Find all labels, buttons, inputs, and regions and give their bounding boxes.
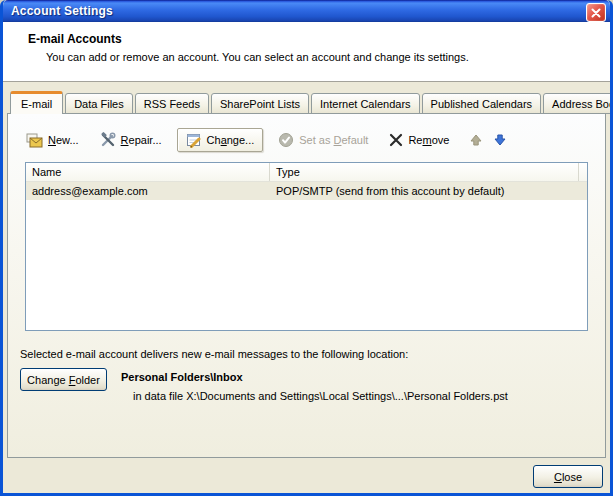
change-folder-button[interactable]: Change Folder: [20, 368, 107, 391]
type-column-header[interactable]: Type: [270, 163, 579, 181]
label-pre: Set as: [299, 134, 333, 146]
tab-internet-calendars[interactable]: Internet Calendars: [311, 93, 420, 114]
delivery-data-file: in data file X:\Documents and Settings\L…: [133, 390, 508, 402]
email-tab-panel: New... Repair...: [7, 113, 606, 458]
change-icon: [186, 132, 202, 148]
label: Repair...: [121, 134, 162, 146]
repair-button[interactable]: Repair...: [94, 128, 168, 152]
tab-label: Published Calendars: [431, 98, 533, 110]
delivery-location-text: Selected e-mail account delivers new e-m…: [20, 348, 597, 360]
accounts-list: Name Type address@example.com POP/SMTP (…: [25, 162, 588, 331]
label-post: epair...: [129, 134, 162, 146]
tab-label: Internet Calendars: [320, 98, 411, 110]
dialog-header: E-mail Accounts You can add or remove an…: [3, 22, 610, 82]
accounts-list-header: Name Type: [26, 163, 587, 182]
tab-sharepoint-lists[interactable]: SharePoint Lists: [211, 93, 309, 114]
label-key: m: [422, 134, 431, 146]
close-window-button[interactable]: [586, 3, 606, 22]
dialog-body: E-mail Data Files RSS Feeds SharePoint L…: [3, 82, 610, 488]
account-settings-dialog: Account Settings E-mail Accounts You can…: [0, 0, 613, 496]
close-icon: [591, 8, 601, 18]
move-up-button[interactable]: [464, 129, 488, 151]
dialog-footer: Close: [7, 458, 606, 488]
set-as-default-button[interactable]: Set as Default: [272, 128, 374, 152]
label-key: N: [48, 134, 56, 146]
label-pre: Re: [408, 134, 422, 146]
tab-label: Data Files: [74, 98, 124, 110]
tab-published-calendars[interactable]: Published Calendars: [422, 93, 542, 114]
label-key: C: [554, 471, 562, 483]
move-down-button[interactable]: [488, 129, 512, 151]
down-arrow-icon: [493, 133, 507, 147]
account-name-cell: address@example.com: [26, 185, 270, 197]
name-column-header[interactable]: Name: [26, 163, 270, 181]
set-default-icon: [278, 132, 294, 148]
tab-label: E-mail: [21, 98, 52, 110]
label-post: ove: [432, 134, 450, 146]
tab-data-files[interactable]: Data Files: [65, 93, 133, 114]
tab-address-books[interactable]: Address Books: [543, 93, 613, 114]
label-post: efault: [341, 134, 368, 146]
tab-label: SharePoint Lists: [220, 98, 300, 110]
delivery-folder: Personal Folders\Inbox: [121, 371, 508, 383]
tab-label: RSS Feeds: [144, 98, 200, 110]
repair-icon: [100, 132, 116, 148]
new-account-icon: [26, 133, 43, 148]
column-label: Type: [276, 166, 300, 178]
change-button[interactable]: Change...: [177, 128, 264, 152]
tab-rss-feeds[interactable]: RSS Feeds: [135, 93, 209, 114]
delivery-folder-info: Personal Folders\Inbox in data file X:\D…: [121, 368, 508, 402]
titlebar: Account Settings: [3, 0, 610, 22]
delivery-folder-row: Change Folder Personal Folders\Inbox in …: [20, 368, 597, 402]
remove-icon: [389, 133, 403, 147]
up-arrow-icon: [469, 133, 483, 147]
header-filler: [579, 163, 587, 181]
tab-label: Address Books: [552, 98, 613, 110]
tabstrip: E-mail Data Files RSS Feeds SharePoint L…: [7, 91, 606, 114]
label-pre: Change: [27, 374, 69, 386]
label: Remove: [408, 134, 449, 146]
accounts-toolbar: New... Repair...: [16, 127, 597, 153]
label-post: older: [75, 374, 99, 386]
label: Set as Default: [299, 134, 368, 146]
account-row[interactable]: address@example.com POP/SMTP (send from …: [26, 182, 587, 200]
close-button[interactable]: Close: [533, 465, 603, 488]
label: New...: [48, 134, 79, 146]
tab-email[interactable]: E-mail: [10, 91, 63, 114]
window-title: Account Settings: [3, 4, 113, 18]
column-label: Name: [32, 166, 61, 178]
label-key: R: [121, 134, 129, 146]
label-post: nge...: [227, 134, 255, 146]
label-post: ew...: [56, 134, 79, 146]
remove-button[interactable]: Remove: [383, 129, 455, 151]
new-button[interactable]: New...: [20, 129, 85, 152]
label-pre: Ch: [207, 134, 221, 146]
label-post: lose: [562, 471, 582, 483]
page-description: You can add or remove an account. You ca…: [3, 46, 610, 63]
page-title: E-mail Accounts: [3, 32, 610, 46]
account-type-cell: POP/SMTP (send from this account by defa…: [270, 185, 587, 197]
label: Change...: [207, 134, 255, 146]
